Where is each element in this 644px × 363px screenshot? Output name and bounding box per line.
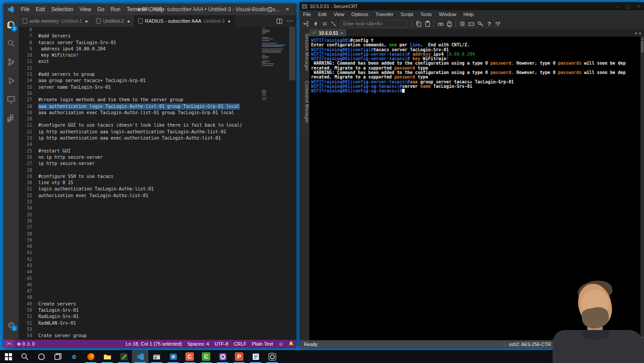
side-tab-session-manager[interactable]: Session Manager <box>299 29 309 76</box>
disconnect-icon[interactable] <box>329 20 338 28</box>
vscode-menu-go[interactable]: Go <box>94 6 107 12</box>
purple-app-icon[interactable] <box>214 350 231 363</box>
modified-dot-icon[interactable]: ● <box>127 19 130 24</box>
side-tab-command-manager[interactable]: Command Manager <box>299 76 309 128</box>
vandyke-icon[interactable] <box>493 20 502 28</box>
obs-icon[interactable] <box>264 350 280 363</box>
status-ready: Ready <box>299 342 504 347</box>
vscode-menu-view[interactable]: View <box>76 6 94 12</box>
more-actions-icon[interactable]: ··· <box>287 17 294 25</box>
securecrt-menu-window[interactable]: Window <box>435 12 460 17</box>
help-icon[interactable]: ? <box>484 20 493 28</box>
vscode-menu-run[interactable]: Run <box>107 6 123 12</box>
code-line: 39 <box>19 237 296 243</box>
securecrt-maximize-button[interactable]: ▢ <box>623 4 633 9</box>
line-number: 39 <box>19 237 38 243</box>
securecrt-menu-transfer[interactable]: Transfer <box>372 12 397 17</box>
print-icon[interactable] <box>445 20 454 28</box>
securecrt-icon[interactable] <box>148 350 165 363</box>
key-auth-icon[interactable] <box>476 20 484 28</box>
cortana-icon[interactable] <box>33 350 49 363</box>
securecrt-window-controls: –▢× <box>612 4 644 9</box>
activity-explorer-icon[interactable]: 3 <box>4 15 19 34</box>
language-mode[interactable]: Plain Text <box>249 341 276 346</box>
line-number: 23 <box>19 135 38 141</box>
vscode-menu-file[interactable]: File <box>18 6 33 12</box>
minimize-button[interactable]: – <box>243 4 261 15</box>
securecrt-menu-file[interactable]: File <box>299 12 315 17</box>
feedback-icon[interactable]: ☺ <box>276 341 286 346</box>
mail-icon[interactable] <box>247 350 264 363</box>
code-editor[interactable]: 67#add Servers8tacacs server TacLogin-Sr… <box>19 27 296 340</box>
webcam-app-icon[interactable] <box>165 350 181 363</box>
securecrt-side-panel: Session ManagerCommand Manager <box>299 29 309 340</box>
encoding-setting[interactable]: UTF-8 <box>212 341 231 346</box>
activity-search-icon[interactable] <box>4 34 19 53</box>
split-editor-icon[interactable] <box>277 19 282 24</box>
problems-indicator[interactable]: ⊗ 0 ⚠ 0 <box>14 341 38 347</box>
activity-extensions-icon[interactable] <box>4 109 19 128</box>
vscode-menu-selection[interactable]: Selection <box>48 6 76 12</box>
securecrt-menu-options[interactable]: Options <box>348 12 372 17</box>
reconnect-icon[interactable] <box>320 20 329 28</box>
line-number: 32 <box>19 193 38 199</box>
editor-tab[interactable]: Untitled-2● <box>92 15 134 27</box>
powerpoint-icon[interactable]: P <box>231 350 247 363</box>
session-tab[interactable]: ✓ 10.5.0.51 × <box>309 29 346 37</box>
keymap-icon[interactable] <box>467 20 476 28</box>
settings-gear-icon[interactable]: ⚙1 <box>4 317 19 334</box>
copy-icon[interactable] <box>414 20 423 28</box>
quick-connect-icon[interactable] <box>311 20 320 28</box>
securecrt-minimize-button[interactable]: – <box>612 4 623 9</box>
snagit-icon[interactable] <box>115 350 132 363</box>
maximize-button[interactable]: ▢ <box>261 4 279 15</box>
quick-connect-host-input[interactable] <box>340 20 407 28</box>
line-text: aaa authorization exec TacLogin-Authz-li… <box>38 110 234 116</box>
paste-icon[interactable] <box>423 20 432 28</box>
modified-dot-icon[interactable]: ● <box>85 19 88 24</box>
eol-setting[interactable]: CRLF <box>231 341 249 346</box>
editor-tab[interactable]: RADIUS - subscriber AAAUntitled-3● <box>134 15 235 27</box>
session-options-icon[interactable] <box>458 20 467 28</box>
tab-scroll-left-icon[interactable]: ◂ <box>635 31 637 35</box>
securecrt-menu-script[interactable]: Script <box>397 12 417 17</box>
activity-run-debug-icon[interactable] <box>4 71 19 90</box>
code-line: 7#add Servers <box>19 33 296 39</box>
activity-source-control-icon[interactable] <box>4 53 19 71</box>
session-tab-close-icon[interactable]: × <box>340 30 343 36</box>
indentation-setting[interactable]: Spaces: 4 <box>185 341 212 346</box>
task-view-icon[interactable] <box>49 350 66 363</box>
cursor-position[interactable]: Ln 18, Col 1 (75 selected) <box>123 341 185 346</box>
edge-icon[interactable]: e <box>66 350 82 363</box>
activity-remote-explorer-icon[interactable] <box>4 90 19 109</box>
securecrt-close-button[interactable]: × <box>633 4 644 9</box>
vscode-icon[interactable] <box>132 350 148 363</box>
editor-scrollbar-thumb[interactable] <box>289 27 295 80</box>
find-icon[interactable] <box>436 20 445 28</box>
remote-indicator[interactable]: >< <box>4 340 14 348</box>
session-manager-icon[interactable] <box>302 20 311 28</box>
modified-dot-icon[interactable]: ● <box>228 19 230 24</box>
terminal-scrollbar-thumb[interactable] <box>641 41 644 53</box>
camtasia-recorder-icon[interactable]: C <box>181 350 198 363</box>
line-number: 15 <box>19 84 38 91</box>
vscode-menu-edit[interactable]: Edit <box>33 6 48 12</box>
editor-scrollbar[interactable] <box>288 27 296 340</box>
camtasia-icon[interactable]: C <box>198 350 214 363</box>
minimap-line <box>262 49 283 50</box>
tab-scroll-arrows[interactable]: ◂▸ <box>635 29 644 37</box>
notifications-bell-icon[interactable]: 🔔 <box>286 341 296 346</box>
securecrt-menu-view[interactable]: View <box>330 12 348 17</box>
securecrt-menu-tools[interactable]: Tools <box>417 12 435 17</box>
start-button[interactable] <box>0 350 16 363</box>
minimap[interactable] <box>262 27 286 340</box>
editor-tab[interactable]: write memoryUntitled-1● <box>19 15 92 27</box>
file-explorer-icon[interactable] <box>99 350 115 363</box>
search-icon[interactable] <box>16 350 33 363</box>
tab-scroll-right-icon[interactable]: ▸ <box>639 31 641 35</box>
close-button[interactable]: × <box>279 4 296 15</box>
scroll-up-icon[interactable]: ▴ <box>640 37 644 41</box>
securecrt-menu-edit[interactable]: Edit <box>315 12 330 17</box>
firefox-icon[interactable] <box>82 350 99 363</box>
securecrt-menu-help[interactable]: Help <box>460 12 477 17</box>
